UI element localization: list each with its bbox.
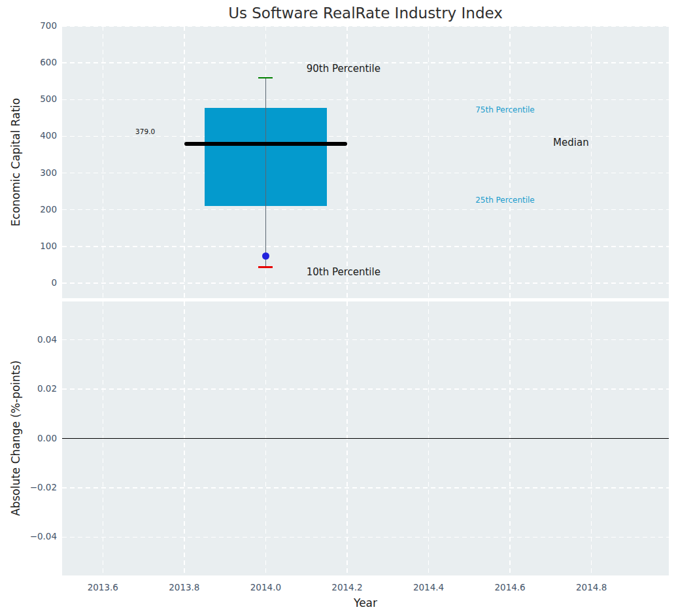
annotation-25th-percentile: 25th Percentile — [475, 196, 535, 204]
x-tick-label: 2014.8 — [566, 582, 618, 594]
y-tick-label: 700 — [20, 20, 57, 32]
gridline-horizontal — [62, 99, 669, 101]
y-tick-label: −0.04 — [20, 531, 57, 543]
gridline-horizontal — [62, 537, 669, 538]
gridline-vertical — [184, 26, 185, 298]
gridline-horizontal — [62, 388, 669, 390]
company-marker-dot — [262, 252, 269, 260]
chart-title: Us Software RealRate Industry Index — [62, 5, 669, 22]
gridline-vertical — [509, 26, 511, 298]
y-tick-label: −0.02 — [20, 482, 57, 494]
gridline-horizontal — [62, 246, 669, 247]
gridline-horizontal — [62, 487, 669, 488]
y-tick-label: 100 — [20, 241, 57, 252]
x-tick-label: 2014.6 — [484, 582, 536, 594]
annotation-median: Median — [553, 138, 589, 148]
y-tick-label: 500 — [20, 94, 57, 105]
y-tick-label: 400 — [20, 130, 57, 142]
gridline-horizontal — [62, 209, 669, 211]
x-tick-label: 2014.4 — [403, 582, 455, 594]
annotation-75th-percentile: 75th Percentile — [475, 106, 535, 114]
y-tick-label: 0.04 — [20, 334, 57, 346]
y-tick-label: 0.02 — [20, 383, 57, 395]
x-axis-label: Year — [62, 596, 669, 609]
gridline-horizontal — [62, 173, 669, 174]
zero-change-line — [62, 438, 669, 439]
x-tick-label: 2013.6 — [76, 582, 129, 594]
y-tick-label: 200 — [20, 204, 57, 216]
annotation-90th-percentile: 90th Percentile — [307, 64, 380, 74]
gridline-vertical — [591, 26, 592, 298]
annotation-10th-percentile: 10th Percentile — [307, 267, 380, 277]
median-line — [184, 142, 347, 146]
y-tick-label: 300 — [20, 167, 57, 179]
gridline-vertical — [428, 26, 430, 298]
gridline-horizontal — [62, 26, 669, 27]
y-tick-label: 0.00 — [20, 433, 57, 445]
gridline-horizontal — [62, 339, 669, 341]
x-tick-label: 2014.0 — [239, 582, 292, 594]
annotation-median-value-label: 379.0 — [135, 128, 155, 135]
x-tick-label: 2014.2 — [321, 582, 373, 594]
p10-whisker-cap — [258, 266, 273, 268]
gridline-horizontal — [62, 282, 669, 284]
p90-whisker-cap — [258, 77, 273, 79]
whisker-line — [265, 78, 266, 267]
gridline-vertical — [103, 26, 104, 298]
x-tick-label: 2013.8 — [158, 582, 211, 594]
y-tick-label: 600 — [20, 57, 57, 69]
figure: Us Software RealRate Industry Index Econ… — [0, 0, 676, 616]
y-tick-label: 0 — [20, 277, 57, 289]
